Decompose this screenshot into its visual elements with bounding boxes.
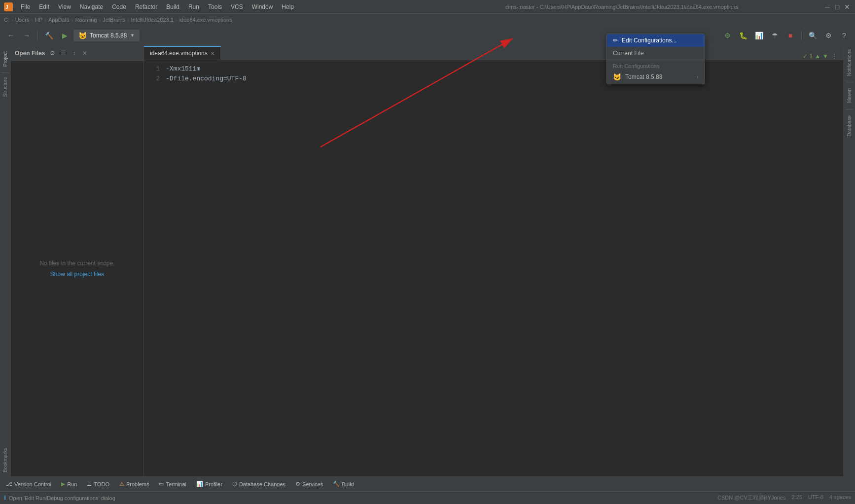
run-button[interactable]: ▶ Run [59, 480, 79, 488]
watermark-label: CSDN @CV工程师HYJones [717, 494, 785, 502]
edit-configurations-item[interactable]: ✏ Edit Configurations... [607, 34, 705, 47]
run-icon[interactable]: ▶ [58, 29, 71, 42]
tomcat-submenu-icon: 🐱 [613, 73, 621, 81]
main-layout: Project Structure Bookmarks Open Files ⚙… [0, 45, 855, 476]
menu-window[interactable]: Window [248, 2, 277, 11]
profiler-label: Profiler [205, 481, 222, 487]
breadcrumb-part[interactable]: Users [15, 17, 30, 23]
database-changes-button[interactable]: ⬡ Database Changes [230, 480, 287, 488]
close-button[interactable]: ✕ [843, 3, 851, 11]
sidebar-structure-label[interactable]: Structure [2, 75, 8, 99]
services-label: Services [302, 481, 323, 487]
toolbar-separator [37, 31, 38, 40]
tab-close-button[interactable]: ✕ [211, 51, 214, 56]
gear-icon[interactable]: ⚙ [48, 49, 57, 58]
menu-edit[interactable]: Edit [35, 2, 53, 11]
breadcrumb-part[interactable]: HP [35, 17, 42, 23]
menu-code[interactable]: Code [108, 2, 130, 11]
run-config-button[interactable]: 🐱 Tomcat 8.5.88 ▼ [73, 30, 140, 41]
build-button[interactable]: 🔨 Build [331, 480, 356, 488]
breadcrumb-part[interactable]: idea64.exe.vmoptions [179, 17, 232, 23]
toolbar-separator-2 [801, 31, 802, 40]
open-files-label: Open Files [15, 50, 45, 57]
check-icon: ✓ [803, 53, 808, 60]
editor-content[interactable]: 1 2 -Xmx1511m -Dfile.encoding=UTF-8 [144, 60, 843, 476]
sort-icon[interactable]: ↕ [70, 49, 78, 58]
menu-navigate[interactable]: Navigate [76, 2, 107, 11]
info-icon: ℹ [4, 495, 6, 501]
todo-button[interactable]: ☰ TODO [85, 480, 111, 488]
window-title: cims-master - C:\Users\HP\AppData\Roamin… [420, 4, 823, 10]
menu-tools[interactable]: Tools [204, 2, 226, 11]
indent-label[interactable]: 4 spaces [829, 494, 851, 502]
services-button[interactable]: ⚙ Services [293, 480, 325, 488]
status-message: Open 'Edit Run/Debug configurations' dia… [9, 495, 115, 501]
search-icon[interactable]: 🔍 [806, 29, 819, 42]
settings-icon[interactable]: ⚙ [821, 29, 835, 42]
menu-build[interactable]: Build [162, 2, 183, 11]
build-icon[interactable]: 🔨 [42, 29, 56, 42]
coverage-icon[interactable]: ☂ [768, 29, 782, 42]
breadcrumb-part[interactable]: IntelliJIdea2023.1 [131, 17, 174, 23]
db-changes-label: Database Changes [239, 481, 285, 487]
problems-button[interactable]: ⚠ Problems [117, 480, 151, 488]
menu-file[interactable]: File [17, 2, 34, 11]
title-bar: J File Edit View Navigate Code Refactor … [0, 0, 855, 14]
profiler-button[interactable]: 📊 Profiler [194, 480, 224, 488]
forward-button[interactable]: → [20, 29, 34, 42]
tab-bar: idea64.exe.vmoptions ✕ ✓ 1 ▲ ▼ ⋮ [144, 45, 843, 60]
back-button[interactable]: ← [4, 29, 18, 42]
help-icon[interactable]: ? [837, 29, 851, 42]
notifications-panel-label[interactable]: Notifications [847, 47, 852, 78]
menu-vcs[interactable]: VCS [227, 2, 247, 11]
encoding-label[interactable]: UTF-8 [808, 494, 823, 502]
breadcrumb-part[interactable]: JetBrains [103, 17, 125, 23]
right-sidebar-divider2 [846, 109, 854, 109]
show-files-link[interactable]: Show all project files [50, 271, 104, 278]
breadcrumb-part[interactable]: Roaming [75, 17, 97, 23]
database-panel-label[interactable]: Database [847, 113, 852, 139]
left-sidebar: Project Structure Bookmarks [0, 45, 11, 476]
nav-down-icon[interactable]: ▼ [822, 53, 828, 60]
sidebar-bookmarks-label[interactable]: Bookmarks [2, 446, 8, 474]
tomcat-config-item[interactable]: 🐱 Tomcat 8.5.88 › [607, 70, 705, 84]
stop-icon[interactable]: ■ [784, 29, 797, 42]
current-file-item[interactable]: Current File [607, 47, 705, 60]
sidebar-project-label[interactable]: Project [2, 47, 8, 71]
status-bar: ℹ Open 'Edit Run/Debug configurations' d… [0, 491, 855, 504]
menu-view[interactable]: View [54, 2, 75, 11]
breadcrumb-part[interactable]: C: [4, 17, 9, 23]
build-label: Build [342, 481, 354, 487]
code-area[interactable]: -Xmx1511m -Dfile.encoding=UTF-8 [164, 64, 843, 472]
todo-label: TODO [94, 481, 109, 487]
terminal-button[interactable]: ▭ Terminal [157, 480, 188, 488]
breadcrumb: C: › Users › HP › AppData › Roaming › Je… [0, 14, 855, 26]
version-control-button[interactable]: ⎇ Version Control [4, 480, 53, 488]
vcs-label: Version Control [14, 481, 51, 487]
toolbar: ← → 🔨 ▶ 🐱 Tomcat 8.5.88 ▼ ⚙ 🐛 📊 ☂ ■ 🔍 ⚙ … [0, 26, 855, 45]
editor-tab[interactable]: idea64.exe.vmoptions ✕ [144, 46, 221, 60]
nav-up-icon[interactable]: ▲ [815, 53, 820, 60]
build-project-icon[interactable]: ⚙ [720, 29, 734, 42]
close-panel-icon[interactable]: ✕ [80, 49, 89, 58]
submenu-arrow-icon: › [697, 73, 699, 80]
more-options-icon[interactable]: ⋮ [831, 53, 837, 60]
tab-filename: idea64.exe.vmoptions [150, 50, 208, 57]
maven-panel-label[interactable]: Maven [847, 86, 852, 105]
run-label: Run [67, 481, 77, 487]
no-files-message: No files in the current scope. [39, 260, 114, 267]
check-count: 1 [810, 53, 813, 60]
menu-run[interactable]: Run [184, 2, 203, 11]
editor-area: idea64.exe.vmoptions ✕ ✓ 1 ▲ ▼ ⋮ 1 2 [144, 45, 843, 476]
minimize-button[interactable]: ─ [823, 3, 831, 11]
position-label[interactable]: 2:25 [791, 494, 802, 502]
maximize-button[interactable]: □ [833, 3, 841, 11]
editor-toolbar-right: ✓ 1 ▲ ▼ ⋮ [803, 53, 843, 60]
menu-refactor[interactable]: Refactor [131, 2, 161, 11]
settings2-icon[interactable]: ☰ [59, 49, 68, 58]
bottom-toolbar: ⎇ Version Control ▶ Run ☰ TODO ⚠ Problem… [0, 476, 855, 491]
profile-icon[interactable]: 📊 [752, 29, 766, 42]
menu-help[interactable]: Help [278, 2, 298, 11]
breadcrumb-part[interactable]: AppData [48, 17, 70, 23]
debug-icon[interactable]: 🐛 [736, 29, 750, 42]
